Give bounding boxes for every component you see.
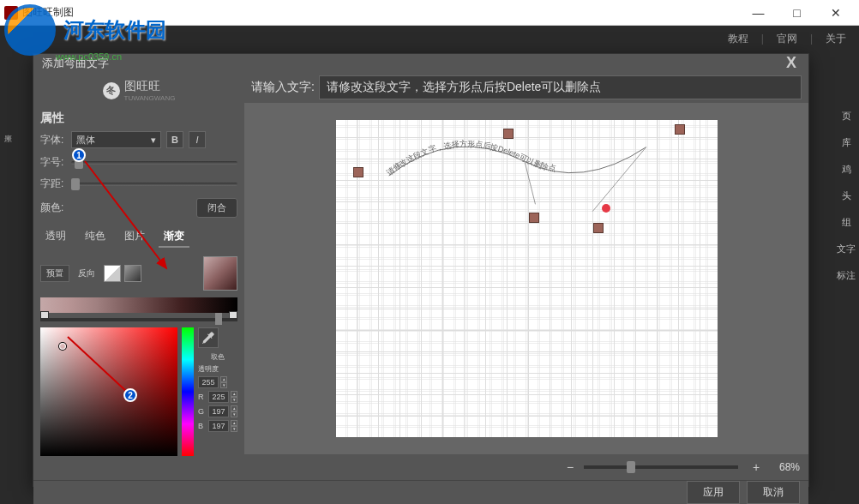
- zoom-out-button[interactable]: −: [563, 460, 577, 474]
- sidebar-item[interactable]: 组: [833, 209, 859, 236]
- path-anchor[interactable]: [353, 167, 363, 177]
- svg-line-2: [592, 147, 646, 212]
- spin-down[interactable]: ▾: [220, 382, 227, 388]
- gradient-type-radial[interactable]: [124, 265, 141, 282]
- eyedropper-button[interactable]: [198, 327, 219, 348]
- curved-text-content: 请修改这段文字，选择方形点后按Delete可以删除点: [384, 140, 556, 177]
- tab-transparent[interactable]: 透明: [40, 226, 71, 248]
- dialog-body: 冬 图旺旺 TUWANGWANG 属性 字体: 黑体 ▾ B I 字号:: [33, 72, 808, 480]
- properties-title: 属性: [40, 109, 237, 128]
- close-path-button[interactable]: 闭合: [196, 198, 237, 218]
- opacity-input[interactable]: [198, 376, 219, 388]
- minimize-button[interactable]: —: [739, 1, 778, 25]
- sidebar-item[interactable]: 文字: [833, 236, 859, 262]
- sv-cursor[interactable]: [59, 343, 66, 350]
- canvas-container: 请修改这段文字，选择方形点后按Delete可以删除点: [244, 103, 808, 454]
- path-handle[interactable]: [529, 213, 539, 223]
- color-tabs: 透明 纯色 图片 渐变: [40, 226, 237, 248]
- sidebar-item[interactable]: 鸡: [833, 156, 859, 183]
- spin-up[interactable]: ▴: [231, 405, 237, 411]
- color-label: 颜色:: [40, 201, 66, 215]
- window-titlebar: 图旺旺制图 — □ ✕: [0, 0, 859, 26]
- window-title: 图旺旺制图: [22, 5, 739, 20]
- zoom-in-button[interactable]: +: [749, 460, 763, 474]
- gradient-bar[interactable]: [40, 297, 237, 313]
- color-picker: 取色 透明度 ▴▾ R▴▾ G▴▾ B▴▾: [40, 327, 237, 456]
- font-select[interactable]: 黑体 ▾: [71, 131, 161, 148]
- size-row: 字号:: [40, 155, 237, 170]
- g-input[interactable]: [208, 405, 229, 417]
- path-anchor[interactable]: [675, 124, 685, 135]
- reverse-button[interactable]: 反向: [73, 266, 100, 281]
- spin-down[interactable]: ▾: [231, 397, 237, 403]
- slider-thumb[interactable]: [215, 313, 222, 325]
- eyedropper-icon: [202, 332, 214, 344]
- sidebar-item[interactable]: 页: [833, 103, 859, 129]
- canvas[interactable]: 请修改这段文字，选择方形点后按Delete可以删除点: [336, 120, 718, 437]
- separator: |: [761, 33, 764, 45]
- spacing-label: 字距:: [40, 177, 66, 191]
- spacing-row: 字距:: [40, 177, 237, 191]
- font-row: 字体: 黑体 ▾ B I: [40, 131, 237, 148]
- window-controls: — □ ✕: [739, 1, 855, 25]
- spin-up[interactable]: ▴: [231, 391, 237, 397]
- sidebar-item[interactable]: 标注: [833, 262, 859, 289]
- hue-slider[interactable]: [182, 327, 194, 456]
- svg-text:请修改这段文字，选择方形点后按Delete可以删除点: 请修改这段文字，选择方形点后按Delete可以删除点: [384, 140, 556, 177]
- font-label: 字体:: [40, 133, 66, 147]
- tab-image[interactable]: 图片: [119, 226, 150, 248]
- close-button[interactable]: ✕: [816, 1, 855, 25]
- slider-thumb[interactable]: [71, 178, 80, 190]
- tab-solid[interactable]: 纯色: [80, 226, 111, 248]
- svg-line-1: [525, 161, 536, 204]
- spin-down[interactable]: ▾: [231, 411, 237, 417]
- zoom-bar: − + 68%: [244, 454, 808, 480]
- app-topbar: 教程 | 官网 | 关于: [0, 26, 859, 51]
- size-slider[interactable]: [71, 161, 237, 165]
- path-handle[interactable]: [593, 223, 604, 233]
- saturation-value-box[interactable]: [40, 327, 177, 456]
- topbar-about[interactable]: 关于: [826, 32, 846, 46]
- brand-subtitle: TUWANGWANG: [124, 94, 176, 102]
- spin-up[interactable]: ▴: [220, 376, 227, 382]
- control-point[interactable]: [602, 204, 610, 213]
- brand-name: 图旺旺: [124, 79, 176, 94]
- dialog-close-button[interactable]: X: [783, 54, 800, 72]
- zoom-slider-thumb[interactable]: [627, 461, 635, 473]
- r-input[interactable]: [208, 391, 229, 403]
- b-input[interactable]: [208, 420, 229, 432]
- tab-gradient[interactable]: 渐变: [159, 226, 189, 248]
- maximize-button[interactable]: □: [778, 1, 816, 25]
- annotation-marker-2: 2: [123, 388, 137, 402]
- apply-button[interactable]: 应用: [687, 481, 740, 504]
- curved-text-dialog: 添加弯曲文字 X 冬 图旺旺 TUWANGWANG 属性 字体: 黑体 ▾: [33, 53, 809, 487]
- spin-up[interactable]: ▴: [231, 420, 237, 426]
- curve-path[interactable]: 请修改这段文字，选择方形点后按Delete可以删除点: [353, 133, 696, 219]
- sidebar-item[interactable]: 头: [833, 183, 859, 209]
- rgb-controls: 取色 透明度 ▴▾ R▴▾ G▴▾ B▴▾: [198, 327, 237, 456]
- b-label: B: [198, 422, 207, 430]
- text-input[interactable]: [319, 75, 802, 99]
- size-label: 字号:: [40, 155, 66, 170]
- app-icon: [4, 6, 18, 20]
- sidebar-item[interactable]: 库: [833, 129, 859, 156]
- spin-down[interactable]: ▾: [231, 426, 237, 432]
- gradient-angle-slider[interactable]: [40, 318, 237, 321]
- canvas-panel: 请输入文字: 请修改这段文字，选择方形点后按Delete可以删除点: [244, 72, 808, 480]
- gradient-type-linear[interactable]: [104, 265, 121, 282]
- bold-button[interactable]: B: [166, 131, 183, 148]
- italic-button[interactable]: I: [189, 131, 206, 148]
- text-input-bar: 请输入文字:: [244, 72, 808, 103]
- topbar-official[interactable]: 官网: [777, 32, 797, 46]
- opacity-label: 透明度: [198, 364, 237, 374]
- cancel-button[interactable]: 取消: [747, 481, 800, 504]
- path-anchor[interactable]: [503, 129, 514, 139]
- topbar-tutorial[interactable]: 教程: [728, 32, 748, 46]
- zoom-percent: 68%: [770, 461, 800, 473]
- dialog-header[interactable]: 添加弯曲文字 X: [33, 54, 808, 72]
- preset-button[interactable]: 预置: [40, 265, 69, 282]
- zoom-slider[interactable]: [584, 465, 738, 469]
- spacing-slider[interactable]: [71, 183, 237, 186]
- annotation-marker-1: 1: [72, 148, 86, 162]
- brand-logo: 冬 图旺旺 TUWANGWANG: [40, 76, 237, 109]
